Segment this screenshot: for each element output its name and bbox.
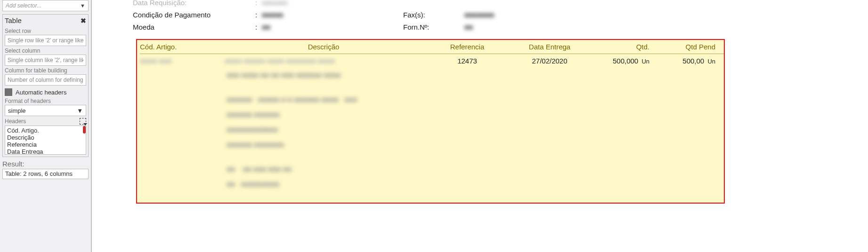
header-value: ■■■■■■ xyxy=(262,0,403,7)
header-value: ■■■■■ xyxy=(262,11,403,19)
chevron-down-icon: ▼ xyxy=(80,3,85,8)
header-value: ■■■■■■■ xyxy=(464,11,559,19)
format-headers-value: simple xyxy=(8,107,26,114)
header-label: Fax(s): xyxy=(403,11,464,19)
col-header: Descrição xyxy=(225,43,422,51)
cell-data-entrega: 27/02/2020 xyxy=(512,57,587,65)
result-label: Result: xyxy=(2,160,89,168)
add-selector-dropdown[interactable]: Add selector... ▼ xyxy=(2,0,89,11)
document-preview: Data Requisição: : ■■■■■■ Condição de Pa… xyxy=(93,0,868,252)
select-row-label: Select row xyxy=(5,28,86,34)
header-label: Moeda xyxy=(133,23,251,31)
document-header: Data Requisição: : ■■■■■■ Condição de Pa… xyxy=(133,0,863,33)
cell-qtd: 500,000 Un xyxy=(587,57,658,65)
list-item[interactable]: Referencia xyxy=(7,141,84,148)
automatic-headers-label: Automatic headers xyxy=(16,89,66,96)
list-item[interactable]: Descrição xyxy=(7,134,84,141)
header-label: Forn.Nº: xyxy=(403,23,464,31)
table-selection-region[interactable]: Cód. Artigo. Descrição Referencia Data E… xyxy=(136,39,725,204)
format-headers-label: Format of headers xyxy=(5,98,86,104)
result-value: Table: 2 rows, 6 columns xyxy=(2,169,89,179)
col-header: Referencia xyxy=(422,43,512,51)
table-row: ■■■■ ■■■ ■■■■ ■■■■■ ■■■■ ■■■■■■■ ■■■■ 12… xyxy=(140,54,724,68)
sidebar: Add selector... ▼ Table ✖ Select row Sel… xyxy=(0,0,92,252)
header-label: Data Requisição: xyxy=(133,0,251,7)
cell-qtd-pend: 500,00 Un xyxy=(658,57,724,65)
cell-referencia: 12473 xyxy=(422,57,512,65)
headers-label: Headers xyxy=(5,118,26,125)
scrollbar-thumb[interactable] xyxy=(83,126,86,134)
selection-icon[interactable] xyxy=(80,118,86,125)
add-selector-placeholder: Add selector... xyxy=(6,2,41,9)
close-icon[interactable]: ✖ xyxy=(81,17,86,24)
chevron-down-icon: ▼ xyxy=(77,107,83,114)
column-build-label: Column for table building xyxy=(5,67,86,74)
description-detail-block: ■■■ ■■■■ ■■ ■■ ■■■ ■■■■■■ ■■■■ ■■■■■■ ■■… xyxy=(227,68,462,192)
table-section-title: Table xyxy=(5,16,22,24)
list-item[interactable]: Data Entrega xyxy=(7,148,84,155)
document-table: Cód. Artigo. Descrição Referencia Data E… xyxy=(140,40,724,68)
col-header: Qtd. xyxy=(587,43,658,51)
automatic-headers-checkbox[interactable] xyxy=(5,88,12,96)
table-config-section: Table ✖ Select row Select column Column … xyxy=(2,14,89,157)
col-header: Data Entrega xyxy=(512,43,587,51)
header-value: ■■ xyxy=(262,23,403,31)
col-header: Cód. Artigo. xyxy=(140,43,225,51)
header-value: ■■ xyxy=(464,23,559,31)
headers-listbox[interactable]: Cód. Artigo. Descrição Referencia Data E… xyxy=(5,126,86,155)
table-header-row: Cód. Artigo. Descrição Referencia Data E… xyxy=(140,40,724,54)
select-column-label: Select column xyxy=(5,47,86,54)
col-header: Qtd Pend xyxy=(658,43,724,51)
column-build-input[interactable] xyxy=(5,74,86,86)
select-row-input[interactable] xyxy=(5,35,86,46)
cell-descricao: ■■■■ ■■■■■ ■■■■ ■■■■■■■ ■■■■ xyxy=(225,57,422,65)
format-headers-select[interactable]: simple ▼ xyxy=(5,105,86,116)
select-column-input[interactable] xyxy=(5,55,86,66)
cell-cod-artigo: ■■■■ ■■■ xyxy=(140,57,225,65)
list-item[interactable]: Cód. Artigo. xyxy=(7,127,84,134)
header-label: Condição de Pagamento xyxy=(133,11,251,19)
